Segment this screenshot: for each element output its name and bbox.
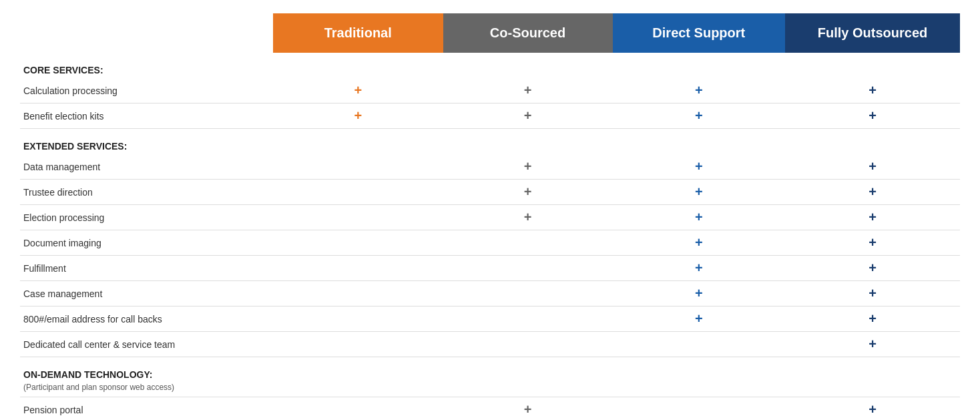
plus-icon: + [524,402,532,417]
row-label: Dedicated call center & service team [20,332,273,357]
plus-icon: + [869,159,877,174]
header-direct: Direct Support [613,13,786,53]
cell-direct: + [613,205,786,230]
cell-fully: + [785,332,960,357]
cell-cosourced [443,306,613,332]
row-label: Case management [20,281,273,306]
plus-icon: + [869,184,877,199]
main-container: Traditional Co-Sourced Direct Support Fu… [0,0,980,420]
row-label: 800#/email address for call backs [20,306,273,332]
cell-fully: + [785,397,960,421]
row-label: Document imaging [20,230,273,256]
plus-icon: + [524,184,532,199]
cell-cosourced [443,256,613,281]
section-header-row: ON-DEMAND TECHNOLOGY: [20,357,960,383]
cell-cosourced: + [443,397,613,421]
plus-icon: + [524,83,532,97]
cell-cosourced: + [443,78,613,103]
plus-icon: + [869,286,877,300]
plus-icon: + [695,235,703,250]
header-label-cell [20,13,273,53]
cell-traditional [273,154,443,180]
row-label: Calculation processing [20,78,273,103]
cell-fully: + [785,281,960,306]
plus-icon: + [354,83,362,97]
cell-direct: + [613,230,786,256]
plus-icon: + [695,184,703,199]
plus-icon: + [695,159,703,174]
section-header-row: EXTENDED SERVICES: [20,129,960,155]
row-label: Benefit election kits [20,103,273,129]
cell-direct: + [613,78,786,103]
plus-icon: + [869,311,877,326]
cell-traditional [273,397,443,421]
cell-fully: + [785,154,960,180]
plus-icon: + [869,83,877,97]
cell-direct: + [613,256,786,281]
cell-cosourced: + [443,154,613,180]
plus-icon: + [695,83,703,97]
comparison-table: Traditional Co-Sourced Direct Support Fu… [20,13,960,420]
cell-fully: + [785,256,960,281]
header-fully: Fully Outsourced [785,13,960,53]
section-header-label: EXTENDED SERVICES: [20,129,960,155]
plus-icon: + [869,337,877,351]
plus-icon: + [869,210,877,224]
section-header-label: CORE SERVICES: [20,53,960,78]
cell-direct: + [613,154,786,180]
cell-fully: + [785,180,960,205]
table-row: Dedicated call center & service team+ [20,332,960,357]
cell-traditional [273,256,443,281]
cell-fully: + [785,103,960,129]
cell-traditional: + [273,103,443,129]
section-sub-header-row: (Participant and plan sponsor web access… [20,383,960,397]
row-label: Pension portal [20,397,273,421]
row-label: Election processing [20,205,273,230]
plus-icon: + [695,210,703,224]
plus-icon: + [524,108,532,123]
table-body: CORE SERVICES:Calculation processing++++… [20,53,960,420]
table-row: Calculation processing++++ [20,78,960,103]
plus-icon: + [695,108,703,123]
section-header-row: CORE SERVICES: [20,53,960,78]
cell-cosourced: + [443,205,613,230]
cell-fully: + [785,78,960,103]
cell-cosourced [443,332,613,357]
table-row: Fulfillment++ [20,256,960,281]
table-row: Benefit election kits++++ [20,103,960,129]
cell-traditional [273,230,443,256]
table-row: Case management++ [20,281,960,306]
plus-icon: + [695,311,703,326]
plus-icon: + [869,260,877,275]
section-sub-label: (Participant and plan sponsor web access… [20,383,960,397]
cell-traditional [273,332,443,357]
cell-traditional [273,306,443,332]
cell-fully: + [785,230,960,256]
plus-icon: + [869,108,877,123]
plus-icon: + [524,210,532,224]
cell-direct [613,397,786,421]
plus-icon: + [695,260,703,275]
cell-traditional [273,281,443,306]
header-cosourced: Co-Sourced [443,13,613,53]
cell-fully: + [785,306,960,332]
plus-icon: + [869,235,877,250]
cell-cosourced: + [443,103,613,129]
header-traditional: Traditional [273,13,443,53]
cell-direct: + [613,306,786,332]
cell-direct [613,332,786,357]
cell-traditional: + [273,78,443,103]
cell-direct: + [613,103,786,129]
row-label: Fulfillment [20,256,273,281]
cell-direct: + [613,281,786,306]
table-row: Trustee direction+++ [20,180,960,205]
header-row: Traditional Co-Sourced Direct Support Fu… [20,13,960,53]
section-header-label: ON-DEMAND TECHNOLOGY: [20,357,960,383]
row-label: Trustee direction [20,180,273,205]
cell-cosourced: + [443,180,613,205]
cell-fully: + [785,205,960,230]
cell-direct: + [613,180,786,205]
row-label: Data management [20,154,273,180]
cell-traditional [273,205,443,230]
plus-icon: + [695,286,703,300]
